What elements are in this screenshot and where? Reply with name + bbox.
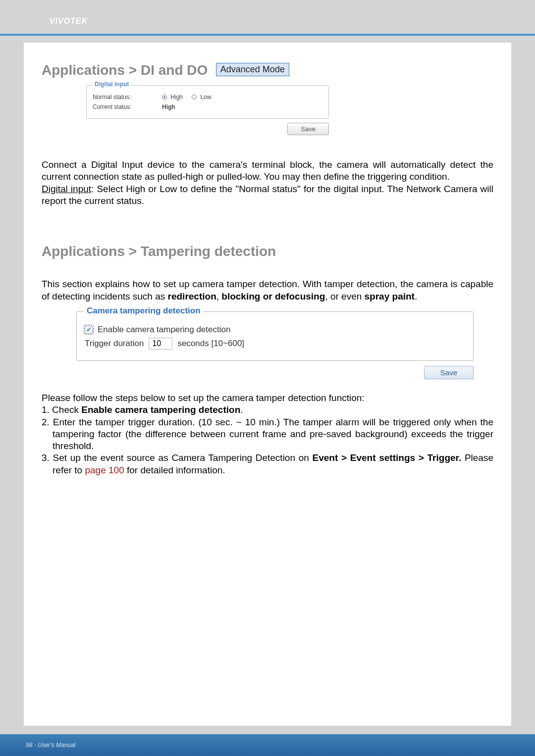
tamper-title: Applications > Tampering detection: [42, 244, 493, 259]
digital-input-legend: Digital input: [93, 81, 131, 88]
dido-para-1: Connect a Digital Input device to the ca…: [42, 159, 493, 183]
t-intro-g: .: [415, 291, 417, 302]
digital-input-underlined: Digital input: [42, 184, 91, 194]
t-intro-b: redirection: [168, 291, 216, 302]
s1-c: .: [240, 404, 243, 415]
tamper-intro-paragraph: This section explains how to set up came…: [42, 278, 493, 302]
trigger-duration-input[interactable]: [149, 338, 172, 350]
tamper-fieldset-wrap: Camera tampering detection ✓ Enable came…: [76, 311, 474, 361]
trigger-duration-suffix: seconds [10~600]: [177, 339, 244, 349]
dido-para-2-rest: : Select High or Low to define the "Norm…: [42, 184, 493, 206]
tamper-save-row: Save: [42, 366, 474, 379]
t-intro-c: ,: [216, 291, 222, 302]
radio-low-label: Low: [200, 94, 211, 101]
trigger-duration-row: Trigger duration seconds [10~600]: [85, 338, 465, 350]
page-content: Applications > DI and DO Advanced Mode D…: [24, 43, 511, 726]
enable-tamper-label: Enable camera tampering detection: [98, 325, 230, 335]
t-intro-e: , or even: [325, 291, 364, 302]
radio-dot-icon: [162, 95, 167, 100]
s3-e: for detailed information.: [124, 465, 225, 475]
footer-bar: 98 - User's Manual: [0, 734, 535, 756]
dido-paragraphs: Connect a Digital Input device to the ca…: [42, 159, 493, 207]
dido-heading-row: Applications > DI and DO Advanced Mode: [42, 62, 493, 78]
radio-low[interactable]: Low: [192, 94, 211, 101]
digital-input-panel: Digital input Normal status: High Low Cu…: [86, 85, 329, 135]
tamper-legend: Camera tampering detection: [84, 306, 204, 316]
dido-title: Applications > DI and DO: [42, 62, 208, 78]
radio-high[interactable]: High: [162, 94, 183, 101]
normal-status-options: High Low: [162, 94, 211, 101]
s3-b: Event > Event settings > Trigger.: [313, 453, 462, 463]
t-intro-d: blocking or defocusing: [221, 291, 325, 302]
brand-text: VIVOTEK: [50, 17, 88, 26]
step-1: 1. Check Enable camera tampering detecti…: [42, 404, 493, 416]
top-bar: VIVOTEK: [0, 0, 535, 34]
di-save-button[interactable]: Save: [287, 123, 329, 135]
steps-intro: Please follow the steps below to set up …: [42, 392, 493, 404]
current-status-row: Current status: High: [93, 103, 322, 110]
radio-high-label: High: [170, 94, 183, 101]
di-save-row: Save: [86, 123, 329, 135]
t-intro-f: spray paint: [365, 291, 415, 302]
step-3: 3. Set up the event source as Camera Tam…: [42, 452, 493, 476]
s1-a: 1. Check: [42, 404, 81, 415]
trigger-duration-label: Trigger duration: [85, 339, 144, 349]
step-2: 2. Enter the tamper trigger duration. (1…: [42, 416, 493, 453]
current-status-value: High: [162, 103, 175, 110]
steps-block: Please follow the steps below to set up …: [42, 392, 493, 476]
normal-status-label: Normal status:: [93, 94, 162, 101]
digital-input-fieldset: Digital input Normal status: High Low Cu…: [86, 85, 329, 119]
s3-a: 3. Set up the event source as Camera Tam…: [42, 453, 313, 463]
checkmark-icon: ✓: [86, 326, 92, 333]
header-divider: [0, 34, 535, 36]
s3-d: page 100: [85, 465, 124, 475]
dido-para-2: Digital input: Select High or Low to def…: [42, 183, 493, 207]
tamper-fieldset: Camera tampering detection ✓ Enable came…: [76, 311, 474, 361]
radio-dot-icon: [192, 95, 197, 100]
tamper-save-button[interactable]: Save: [424, 366, 474, 379]
advanced-mode-badge: Advanced Mode: [216, 63, 289, 76]
footer-text: 98 - User's Manual: [26, 742, 75, 749]
normal-status-row: Normal status: High Low: [93, 94, 322, 101]
current-status-label: Current status:: [93, 103, 162, 110]
enable-tamper-checkbox[interactable]: ✓: [85, 326, 93, 334]
s1-b: Enable camera tampering detection: [81, 404, 240, 415]
enable-tamper-row: ✓ Enable camera tampering detection: [85, 325, 465, 335]
